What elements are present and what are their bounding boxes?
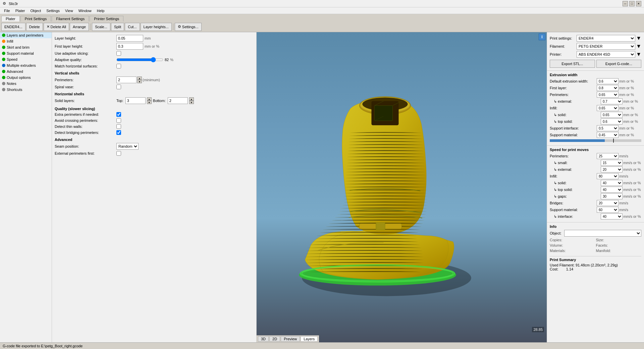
tab-printer-settings[interactable]: Printer Settings bbox=[90, 16, 123, 21]
menu-object[interactable]: Object bbox=[28, 8, 44, 13]
viewport[interactable]: 28.85 i 3D 2D Preview Layers bbox=[257, 32, 547, 342]
detect-thin-walls-checkbox[interactable] bbox=[116, 124, 121, 129]
object-select[interactable] bbox=[564, 230, 641, 237]
printer-arrow[interactable]: ▼ bbox=[636, 51, 641, 57]
title-bar-controls[interactable]: ─ □ ✕ bbox=[623, 1, 641, 6]
maximize-button[interactable]: □ bbox=[629, 1, 635, 6]
view-tab-3d[interactable]: 3D bbox=[258, 336, 269, 342]
speed-interface-select[interactable]: 40 bbox=[601, 213, 623, 219]
settings-button[interactable]: ⚙ Settings... bbox=[175, 23, 202, 31]
speed-top-solid-unit: mm/s or % bbox=[623, 188, 641, 192]
ew-solid-select[interactable]: 0.65 bbox=[601, 112, 623, 118]
menu-help[interactable]: Help bbox=[94, 8, 107, 13]
sidebar-item-support[interactable]: Support material bbox=[0, 50, 52, 56]
view-tab-preview[interactable]: Preview bbox=[281, 336, 300, 342]
sidebar-item-advanced[interactable]: Advanced bbox=[0, 68, 52, 74]
close-button[interactable]: ✕ bbox=[636, 1, 641, 6]
speed-top-solid-select[interactable]: 40 bbox=[601, 187, 623, 193]
print-settings-select[interactable]: ENDER4 bbox=[577, 35, 635, 42]
layer-heights-button[interactable]: Layer heights... bbox=[141, 23, 172, 31]
ew-infill-select[interactable]: 0.65 bbox=[597, 105, 619, 111]
perimeters-down-button[interactable]: ▼ bbox=[137, 80, 142, 83]
ender4-button[interactable]: ENDER4... bbox=[1, 23, 25, 31]
sidebar-item-extruders[interactable]: Multiple extruders bbox=[0, 62, 52, 68]
speed-gaps-select[interactable]: 30 bbox=[601, 193, 623, 199]
avoid-crossing-checkbox[interactable] bbox=[116, 118, 121, 123]
sidebar-item-infill[interactable]: Infill bbox=[0, 38, 52, 44]
menu-file[interactable]: File bbox=[1, 8, 13, 13]
first-layer-input[interactable] bbox=[116, 43, 143, 50]
ew-perimeters-select[interactable]: 0.65 bbox=[597, 92, 619, 98]
view-tab-2d[interactable]: 2D bbox=[269, 336, 280, 342]
print-settings-label: Print settings: bbox=[550, 36, 577, 40]
sidebar-item-notes[interactable]: Notes bbox=[0, 81, 52, 87]
solid-top-up-button[interactable]: ▲ bbox=[147, 97, 152, 101]
spiral-vase-checkbox[interactable] bbox=[116, 85, 121, 89]
ew-perimeters-row: Perimeters: 0.65 mm or % bbox=[550, 92, 641, 98]
solid-bottom-down-button[interactable]: ▼ bbox=[189, 101, 194, 104]
solid-top-down-button[interactable]: ▼ bbox=[147, 101, 152, 104]
filament-arrow[interactable]: ▼ bbox=[636, 43, 641, 49]
print-settings-arrow[interactable]: ▼ bbox=[636, 35, 641, 41]
detect-bridging-checkbox[interactable] bbox=[116, 130, 121, 135]
seam-position-select[interactable]: Random Nearest Aligned Rear bbox=[116, 143, 139, 150]
sidebar-item-layers[interactable]: Layers and perimeters bbox=[0, 32, 52, 38]
export-stl-button[interactable]: Export STL... bbox=[550, 60, 595, 68]
speed-perimeters-select[interactable]: 25 bbox=[597, 153, 619, 159]
sidebar-item-skirt[interactable]: Skirt and brim bbox=[0, 44, 52, 50]
sidebar-item-shortcuts[interactable]: Shortcuts bbox=[0, 87, 52, 93]
perimeters-up-button[interactable]: ▲ bbox=[137, 77, 142, 80]
adaptive-quality-slider[interactable] bbox=[116, 57, 163, 62]
menu-settings[interactable]: Settings bbox=[44, 8, 62, 13]
sidebar-item-output[interactable]: Output options bbox=[0, 74, 52, 81]
menu-plater[interactable]: Plater bbox=[13, 8, 28, 13]
layer-height-input[interactable] bbox=[116, 35, 143, 42]
tab-filament-settings[interactable]: Filament Settings bbox=[52, 16, 89, 21]
ew-support-material-select[interactable]: 0.45 bbox=[597, 132, 619, 138]
scale-button[interactable]: Scale... bbox=[92, 23, 110, 31]
ew-first-select[interactable]: 0.8 bbox=[597, 85, 619, 91]
tab-print-settings[interactable]: Print Settings bbox=[20, 16, 51, 21]
speed-small-select[interactable]: 15 bbox=[601, 160, 623, 166]
view-tab-layers[interactable]: Layers bbox=[301, 336, 318, 342]
delete-all-button[interactable]: ✕ Delete All bbox=[44, 23, 69, 31]
ew-support-interface-select[interactable]: 0.5 bbox=[597, 125, 619, 131]
ew-external-select[interactable]: 0.7 bbox=[601, 98, 623, 104]
adaptive-quality-row: Adaptive quality: 82 % bbox=[55, 57, 254, 62]
cut-button[interactable]: Cut... bbox=[125, 23, 140, 31]
split-button[interactable]: Split bbox=[111, 23, 124, 31]
delete-button[interactable]: Delete bbox=[26, 23, 43, 31]
sidebar-label-support: Support material bbox=[7, 51, 34, 55]
solid-bottom-up-button[interactable]: ▲ bbox=[189, 97, 194, 101]
adaptive-slicing-checkbox[interactable] bbox=[116, 51, 121, 56]
info-button[interactable]: i bbox=[539, 34, 545, 40]
speed-infill-select[interactable]: 80 bbox=[597, 173, 619, 179]
arrange-button[interactable]: Arrange bbox=[70, 23, 89, 31]
speed-support-select[interactable]: 60 bbox=[597, 207, 619, 213]
perimeters-input[interactable] bbox=[116, 77, 137, 83]
menu-window[interactable]: Window bbox=[76, 8, 94, 13]
minimize-button[interactable]: ─ bbox=[623, 1, 628, 6]
first-layer-height-row: First layer height: mm or % bbox=[55, 43, 254, 50]
sidebar-item-speed[interactable]: Speed bbox=[0, 56, 52, 62]
solid-bottom-input[interactable] bbox=[168, 97, 188, 104]
coordinate-display: 28.85 bbox=[532, 327, 544, 332]
printer-select[interactable]: ABS ENDER4 4SD bbox=[577, 51, 635, 58]
toolbar-separator-2 bbox=[173, 23, 173, 30]
ew-first-row: First layer: 0.8 mm or % bbox=[550, 85, 641, 91]
extra-perimeters-checkbox[interactable] bbox=[116, 112, 121, 117]
filament-select[interactable]: PETG ENDER bbox=[577, 43, 635, 50]
solid-top-input[interactable] bbox=[125, 97, 146, 104]
tab-plater[interactable]: Plater bbox=[1, 16, 20, 21]
speed-ext-select[interactable]: 20 bbox=[601, 166, 623, 172]
speed-solid-select[interactable]: 40 bbox=[601, 180, 623, 186]
ew-top-solid-select[interactable]: 0.6 bbox=[601, 118, 623, 124]
export-gcode-button[interactable]: Export G-code... bbox=[596, 60, 642, 68]
ew-solid-label: ↳ solid: bbox=[554, 113, 601, 117]
menu-view[interactable]: View bbox=[62, 8, 76, 13]
dot-icon bbox=[2, 82, 5, 85]
ew-default-select[interactable]: 0.6 bbox=[597, 78, 619, 84]
speed-bridges-select[interactable]: 20 bbox=[597, 200, 619, 206]
external-perimeters-checkbox[interactable] bbox=[116, 151, 121, 156]
match-horizontal-checkbox[interactable] bbox=[116, 64, 121, 68]
